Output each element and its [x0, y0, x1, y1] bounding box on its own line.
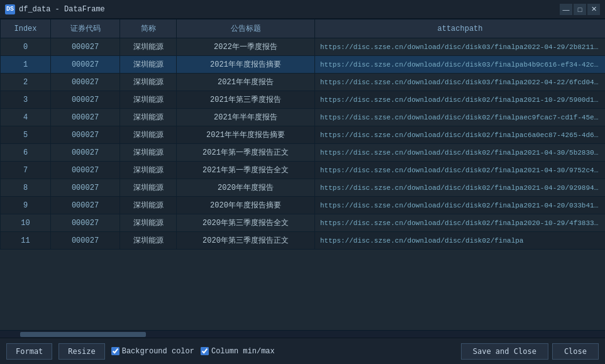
table-cell: 4: [1, 109, 51, 126]
table-cell: 2020年年度报告: [177, 179, 315, 197]
table-cell: 2021年第一季度报告全文: [177, 162, 315, 179]
table-cell: 2020年第三季度报告全文: [177, 214, 315, 232]
title-bar-left: DS df_data - DataFrame: [5, 4, 105, 14]
dataframe-table-container: Index 证券代码 简称 公告标题 attachpath 0000027深圳能…: [0, 19, 605, 330]
table-cell: 000027: [51, 232, 120, 250]
table-cell: 2022年一季度报告: [177, 38, 315, 56]
table-cell: https://disc.szse.cn/download/disc/disk0…: [315, 162, 606, 179]
col-minmax-checkbox[interactable]: [201, 347, 209, 355]
window-title: df_data - DataFrame: [19, 5, 105, 14]
table-cell: 000027: [51, 74, 120, 91]
table-row[interactable]: 8000027深圳能源2020年年度报告https://disc.szse.cn…: [1, 179, 606, 197]
table-cell: https://disc.szse.cn/download/disc/disk0…: [315, 214, 606, 232]
dataframe-table: Index 证券代码 简称 公告标题 attachpath 0000027深圳能…: [0, 19, 605, 250]
table-cell: https://disc.szse.cn/download/disc/disk0…: [315, 38, 606, 56]
table-cell: 深圳能源: [120, 109, 177, 126]
table-cell: 深圳能源: [120, 126, 177, 144]
table-cell: 000027: [51, 197, 120, 214]
table-cell: 0: [1, 38, 51, 56]
bg-color-label[interactable]: Background color: [122, 347, 194, 356]
close-button[interactable]: Close: [552, 343, 599, 360]
table-cell: 深圳能源: [120, 214, 177, 232]
table-row[interactable]: 1000027深圳能源2021年年度报告摘要https://disc.szse.…: [1, 56, 606, 74]
table-body: 0000027深圳能源2022年一季度报告https://disc.szse.c…: [1, 38, 606, 250]
col-header-abbr[interactable]: 简称: [120, 19, 177, 38]
app-icon: DS: [5, 4, 15, 14]
table-row[interactable]: 5000027深圳能源2021年半年度报告摘要https://disc.szse…: [1, 126, 606, 144]
table-cell: 000027: [51, 144, 120, 162]
table-cell: 000027: [51, 109, 120, 126]
format-button[interactable]: Format: [6, 343, 52, 360]
table-row[interactable]: 9000027深圳能源2020年年度报告摘要https://disc.szse.…: [1, 197, 606, 214]
horizontal-scrollbar[interactable]: [0, 330, 605, 338]
table-cell: 9: [1, 197, 51, 214]
table-cell: 6: [1, 144, 51, 162]
table-row[interactable]: 3000027深圳能源2021年第三季度报告https://disc.szse.…: [1, 91, 606, 109]
table-row[interactable]: 4000027深圳能源2021年半年度报告https://disc.szse.c…: [1, 109, 606, 126]
table-cell: 000027: [51, 162, 120, 179]
table-cell: 2: [1, 74, 51, 91]
table-cell: https://disc.szse.cn/download/disc/disk0…: [315, 126, 606, 144]
save-close-button[interactable]: Save and Close: [461, 343, 548, 360]
table-cell: 10: [1, 214, 51, 232]
footer: Format Resize Background color Column mi…: [0, 338, 605, 364]
minimize-button[interactable]: —: [560, 4, 572, 15]
table-cell: 深圳能源: [120, 162, 177, 179]
table-cell: 深圳能源: [120, 38, 177, 56]
table-cell: 000027: [51, 214, 120, 232]
table-cell: 000027: [51, 126, 120, 144]
scrollbar-thumb: [20, 332, 146, 337]
table-cell: 000027: [51, 91, 120, 109]
table-cell: https://disc.szse.cn/download/disc/disk0…: [315, 197, 606, 214]
table-cell: https://disc.szse.cn/download/disc/disk0…: [315, 232, 606, 250]
table-cell: 深圳能源: [120, 179, 177, 197]
table-row[interactable]: 6000027深圳能源2021年第一季度报告正文https://disc.szs…: [1, 144, 606, 162]
col-header-attach[interactable]: attachpath: [315, 19, 606, 38]
table-cell: 5: [1, 126, 51, 144]
resize-button[interactable]: Resize: [58, 343, 104, 360]
table-cell: 1: [1, 56, 51, 74]
table-cell: 11: [1, 232, 51, 250]
table-row[interactable]: 11000027深圳能源2020年第三季度报告正文https://disc.sz…: [1, 232, 606, 250]
col-minmax-label[interactable]: Column min/max: [211, 347, 275, 356]
table-cell: 000027: [51, 179, 120, 197]
table-row[interactable]: 2000027深圳能源2021年年度报告https://disc.szse.cn…: [1, 74, 606, 91]
table-cell: https://disc.szse.cn/download/disc/disk0…: [315, 179, 606, 197]
table-cell: 2021年年度报告摘要: [177, 56, 315, 74]
table-cell: 2020年年度报告摘要: [177, 197, 315, 214]
close-window-button[interactable]: ✕: [587, 4, 600, 15]
table-cell: https://disc.szse.cn/download/disc/disk0…: [315, 144, 606, 162]
table-row[interactable]: 0000027深圳能源2022年一季度报告https://disc.szse.c…: [1, 38, 606, 56]
table-cell: 深圳能源: [120, 197, 177, 214]
table-cell: 2021年半年度报告: [177, 109, 315, 126]
col-minmax-group: Column min/max: [201, 347, 275, 356]
maximize-button[interactable]: □: [574, 4, 586, 15]
header-row: Index 证券代码 简称 公告标题 attachpath: [1, 19, 606, 38]
bg-color-checkbox[interactable]: [111, 347, 119, 355]
table-cell: 8: [1, 179, 51, 197]
window-controls: — □ ✕: [560, 4, 600, 15]
table-cell: 2021年年度报告: [177, 74, 315, 91]
col-header-index[interactable]: Index: [1, 19, 51, 38]
table-cell: 深圳能源: [120, 232, 177, 250]
table-cell: 3: [1, 91, 51, 109]
table-cell: 2020年第三季度报告正文: [177, 232, 315, 250]
table-cell: 深圳能源: [120, 74, 177, 91]
table-cell: 深圳能源: [120, 91, 177, 109]
table-row[interactable]: 10000027深圳能源2020年第三季度报告全文https://disc.sz…: [1, 214, 606, 232]
table-cell: 2021年半年度报告摘要: [177, 126, 315, 144]
table-cell: https://disc.szse.cn/download/disc/disk0…: [315, 109, 606, 126]
table-cell: https://disc.szse.cn/download/disc/disk0…: [315, 74, 606, 91]
footer-right-buttons: Save and Close Close: [461, 343, 599, 360]
bg-color-group: Background color: [111, 347, 194, 356]
table-cell: https://disc.szse.cn/download/disc/disk0…: [315, 91, 606, 109]
table-cell: 2021年第三季度报告: [177, 91, 315, 109]
table-cell: 7: [1, 162, 51, 179]
table-cell: 000027: [51, 56, 120, 74]
title-bar: DS df_data - DataFrame — □ ✕: [0, 0, 605, 19]
table-row[interactable]: 7000027深圳能源2021年第一季度报告全文https://disc.szs…: [1, 162, 606, 179]
table-cell: 深圳能源: [120, 144, 177, 162]
col-header-title[interactable]: 公告标题: [177, 19, 315, 38]
table-cell: 2021年第一季度报告正文: [177, 144, 315, 162]
col-header-code[interactable]: 证券代码: [51, 19, 120, 38]
